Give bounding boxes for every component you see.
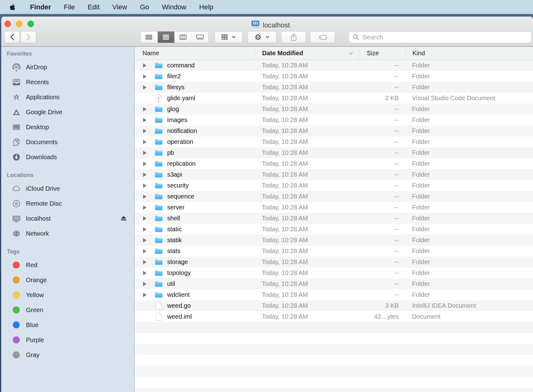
file-size: -- — [359, 237, 406, 244]
disclosure-triangle-icon[interactable] — [143, 271, 147, 275]
back-button[interactable] — [4, 31, 20, 43]
sidebar-tag-item[interactable]: Blue — [1, 317, 134, 332]
disclosure-triangle-icon[interactable] — [143, 140, 147, 144]
close-button[interactable] — [4, 21, 11, 27]
sidebar-item[interactable]: Desktop — [1, 120, 134, 135]
file-row[interactable]: filer2 Today, 10:28 AM -- Folder — [135, 71, 533, 82]
share-button[interactable] — [281, 31, 306, 43]
sidebar-tag-item[interactable]: Yellow — [1, 287, 134, 302]
disclosure-triangle-icon[interactable] — [143, 227, 147, 232]
file-row[interactable]: static Today, 10:28 AM -- Folder — [135, 224, 533, 235]
sidebar-item[interactable]: Documents — [1, 135, 134, 149]
file-size: -- — [359, 171, 406, 178]
file-row[interactable]: statik Today, 10:28 AM -- Folder — [135, 235, 533, 246]
file-row[interactable]: stats Today, 10:28 AM -- Folder — [135, 246, 533, 257]
list-view-button[interactable] — [157, 32, 175, 43]
file-size: -- — [359, 215, 406, 222]
column-header-date-modified[interactable]: Date Modified — [255, 47, 359, 60]
menubar-item[interactable]: Edit — [88, 3, 100, 11]
disclosure-triangle-icon[interactable] — [143, 63, 147, 68]
apple-menu-icon[interactable] — [9, 4, 16, 10]
sidebar-item[interactable]: AirDrop — [1, 60, 134, 75]
file-row[interactable]: topology Today, 10:28 AM -- Folder — [135, 267, 533, 278]
disclosure-triangle-icon[interactable] — [143, 238, 147, 243]
window-chrome: localhost — [1, 17, 533, 47]
disclosure-triangle-icon[interactable] — [143, 74, 147, 79]
search-input[interactable] — [362, 33, 531, 41]
disclosure-triangle-icon[interactable] — [143, 173, 147, 177]
disclosure-triangle-icon[interactable] — [143, 151, 147, 155]
file-row[interactable]: util Today, 10:28 AM -- Folder — [135, 278, 533, 289]
sidebar-tag-item[interactable]: Gray — [1, 347, 134, 362]
file-row[interactable]: server Today, 10:28 AM -- Folder — [135, 202, 533, 213]
sidebar-item[interactable]: iCloud Drive — [1, 181, 134, 196]
sidebar-item[interactable]: Downloads — [1, 149, 134, 164]
disclosure-triangle-icon[interactable] — [143, 282, 147, 286]
sidebar-item[interactable]: Network — [1, 226, 134, 241]
file-name: stats — [167, 247, 180, 255]
menu-bar: Finder File Edit View Go Window Help — [0, 0, 533, 14]
file-row[interactable]: security Today, 10:28 AM -- Folder — [135, 180, 533, 191]
file-row[interactable]: command Today, 10:28 AM -- Folder — [135, 60, 533, 71]
file-row[interactable]: ! glide.yaml Today, 10:28 AM 2 KB Visual… — [135, 93, 533, 104]
disclosure-triangle-icon[interactable] — [143, 216, 147, 221]
zoom-button[interactable] — [27, 21, 34, 27]
folder-icon — [155, 280, 163, 288]
disclosure-triangle-icon[interactable] — [143, 129, 147, 133]
sidebar-item[interactable]: Recents — [1, 75, 134, 90]
column-header-name[interactable]: Name — [135, 47, 255, 60]
file-row[interactable]: weed.iml Today, 10:28 AM 42…ytes Documen… — [135, 311, 533, 322]
file-row[interactable]: notification Today, 10:28 AM -- Folder — [135, 125, 533, 136]
group-by-button[interactable] — [215, 31, 242, 43]
disclosure-triangle-icon[interactable] — [143, 194, 147, 199]
sidebar-item[interactable]: localhost — [1, 211, 134, 226]
gallery-view-button[interactable] — [192, 32, 209, 43]
menubar-item[interactable]: Go — [140, 3, 149, 11]
icon-view-button[interactable] — [141, 32, 157, 43]
disc-icon — [12, 199, 21, 208]
forward-button[interactable] — [21, 31, 36, 43]
tag-button[interactable] — [310, 31, 335, 43]
action-menu-button[interactable] — [247, 31, 276, 43]
file-row[interactable]: pb Today, 10:28 AM -- Folder — [135, 147, 533, 158]
disclosure-triangle-icon[interactable] — [143, 118, 147, 122]
disclosure-triangle-icon[interactable] — [143, 85, 147, 90]
menubar-item[interactable]: Window — [162, 3, 186, 11]
sidebar-item[interactable]: Applications — [1, 90, 134, 105]
file-row[interactable]: replication Today, 10:28 AM -- Folder — [135, 158, 533, 169]
disclosure-triangle-icon[interactable] — [143, 260, 147, 264]
sidebar-item[interactable]: Google Drive — [1, 105, 134, 120]
file-row[interactable]: images Today, 10:28 AM -- Folder — [135, 115, 533, 125]
file-row[interactable]: operation Today, 10:28 AM -- Folder — [135, 136, 533, 147]
sidebar-item[interactable]: Remote Disc — [1, 196, 134, 211]
file-row[interactable]: wdclient Today, 10:28 AM -- Folder — [135, 289, 533, 300]
file-row[interactable]: shell Today, 10:28 AM -- Folder — [135, 213, 533, 224]
sidebar-tag-item[interactable]: Purple — [1, 332, 134, 347]
file-row[interactable]: sequence Today, 10:28 AM -- Folder — [135, 191, 533, 202]
disclosure-triangle-icon[interactable] — [143, 162, 147, 166]
sidebar-tag-item[interactable]: Red — [1, 257, 134, 272]
column-header-kind[interactable]: Kind — [406, 47, 533, 60]
column-header-size[interactable]: Size — [359, 47, 406, 60]
file-row[interactable]: glog Today, 10:28 AM -- Folder — [135, 104, 533, 115]
disclosure-triangle-icon[interactable] — [143, 107, 147, 111]
sidebar-tag-item[interactable]: Green — [1, 302, 134, 317]
disclosure-triangle-icon[interactable] — [143, 249, 147, 253]
disclosure-triangle-icon[interactable] — [143, 205, 147, 210]
file-row[interactable]: filesys Today, 10:28 AM -- Folder — [135, 82, 533, 93]
menubar-item[interactable]: Finder — [30, 3, 51, 11]
file-row[interactable]: s3api Today, 10:28 AM -- Folder — [135, 169, 533, 180]
column-view-button[interactable] — [174, 32, 192, 43]
file-row[interactable]: weed.go Today, 10:28 AM 3 KB IntelliJ ID… — [135, 300, 533, 311]
file-size: 2 KB — [359, 95, 406, 102]
menubar-item[interactable]: View — [112, 3, 127, 11]
sidebar-tag-item[interactable]: Orange — [1, 272, 134, 287]
file-row[interactable]: storage Today, 10:28 AM -- Folder — [135, 257, 533, 267]
disclosure-triangle-icon[interactable] — [143, 184, 147, 188]
disclosure-triangle-icon[interactable] — [143, 293, 147, 297]
eject-icon[interactable] — [121, 216, 126, 221]
minimize-button[interactable] — [16, 21, 22, 27]
file-date-modified: Today, 10:28 AM — [255, 95, 359, 102]
menubar-item[interactable]: File — [64, 3, 75, 11]
menubar-item[interactable]: Help — [199, 3, 213, 11]
